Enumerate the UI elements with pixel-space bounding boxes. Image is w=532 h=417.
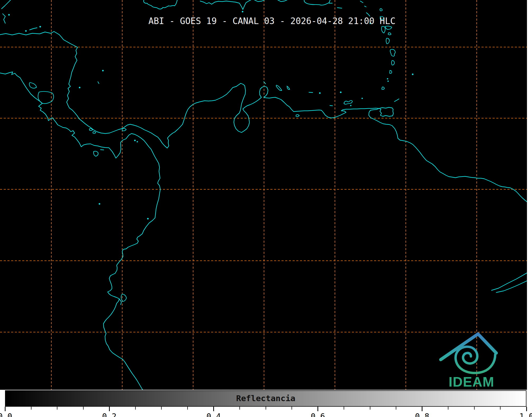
st-martin-group <box>360 1 366 7</box>
barbados <box>412 74 413 75</box>
screenshot-root: { "title": "ABI - GOES 19 - CANAL 03 - 2… <box>0 0 532 417</box>
colorbar-ticks: 0.00.20.40.60.81.0 <box>5 407 526 417</box>
pearl-island-1 <box>134 140 136 141</box>
coast-belize-fragment2 <box>3 14 5 23</box>
amazon-north-bank <box>492 273 527 290</box>
colorbar-minor-tick <box>239 407 240 410</box>
dr-south-coast <box>254 0 265 2</box>
colorbar-tick-label: 0.6 <box>302 412 334 417</box>
curacao <box>276 85 282 90</box>
colorbar-minor-tick <box>135 407 136 410</box>
marie-galante <box>388 33 391 35</box>
los-testigos <box>362 98 363 99</box>
colorbar-minor-tick <box>266 407 266 410</box>
dominica <box>386 38 389 44</box>
colorbar-major-tick <box>422 407 422 411</box>
colorbar-tick-label: 0.8 <box>406 412 438 417</box>
margarita-island <box>344 100 352 104</box>
map-canvas <box>0 0 527 390</box>
colorbar-minor-tick <box>292 407 292 410</box>
guadeloupe <box>381 26 392 33</box>
colorbar-minor-tick <box>31 407 31 410</box>
los-roques <box>309 92 313 93</box>
lake-managua <box>29 83 37 88</box>
grenada <box>382 87 384 89</box>
colorbar-major-tick <box>317 407 318 411</box>
colorbar-minor-tick <box>370 407 370 410</box>
ideam-logo-art <box>441 334 496 373</box>
tobago <box>394 99 399 102</box>
haiti-south-coast <box>200 0 251 10</box>
logo-swirl-icon <box>456 347 495 373</box>
gatun-lake <box>122 129 126 131</box>
martinique <box>390 49 395 56</box>
colorbar-minor-tick <box>500 407 501 410</box>
coast-caribbean-mainland <box>0 31 527 202</box>
colorbar-tick-label: 0.0 <box>0 412 21 417</box>
colorbar-tick-label: 0.4 <box>198 412 229 417</box>
colorbar-major-tick <box>526 407 527 411</box>
corn-island <box>79 87 80 88</box>
dr-east-coast <box>278 0 287 2</box>
grenadines-2 <box>388 81 389 82</box>
colorbar-major-tick <box>213 407 214 411</box>
colorbar-minor-tick <box>396 407 396 410</box>
jamaica <box>144 0 177 9</box>
caye-islet <box>8 14 10 16</box>
pearl-island-2 <box>137 141 138 143</box>
gorgona <box>147 218 149 219</box>
colorbar-minor-tick <box>57 407 57 410</box>
bonaire <box>287 86 290 89</box>
colorbar-label: Reflectancia <box>6 393 526 403</box>
st-lucia <box>392 61 394 65</box>
blanquilla <box>340 91 342 93</box>
ideam-logo-text: IDEAM <box>437 374 506 390</box>
colorbar-tick-label: 1.0 <box>511 412 532 417</box>
map-title: ABI - GOES 19 - CANAL 03 - 2026-04-28 21… <box>17 16 527 26</box>
st-croix <box>337 8 342 8</box>
colorbar-major-tick <box>5 407 6 411</box>
coast-belize-fragment <box>2 0 11 9</box>
colorbar-major-tick <box>109 407 110 411</box>
colorbar-minor-tick <box>83 407 84 410</box>
grenadines-1 <box>387 78 388 80</box>
coastlines <box>0 0 527 390</box>
colorbar-minor-tick <box>474 407 475 410</box>
graticule-gridlines <box>0 0 527 390</box>
puerto-rico <box>304 0 330 5</box>
providencia <box>102 70 104 71</box>
colorbar: Reflectancia <box>5 390 526 407</box>
colorbar-minor-tick <box>187 407 188 410</box>
colorbar-minor-tick <box>161 407 162 410</box>
trinidad <box>379 107 393 116</box>
malpelo <box>99 203 100 205</box>
cebaco-island <box>101 150 104 150</box>
satellite-map: ABI - GOES 19 - CANAL 03 - 2026-04-28 21… <box>0 0 527 390</box>
orchila <box>319 92 321 94</box>
barbuda <box>380 9 382 11</box>
colorbar-minor-tick <box>344 407 344 410</box>
utila-island <box>25 30 27 32</box>
san-andres <box>98 82 99 84</box>
puna-island <box>121 294 126 301</box>
colorbar-minor-tick <box>448 407 448 410</box>
coiba-island <box>94 151 98 156</box>
roatan-island <box>30 28 37 30</box>
isla-beata <box>242 11 243 12</box>
guayas-estuary <box>120 299 121 305</box>
st-vincent <box>390 70 392 74</box>
colorbar-tick-label: 0.2 <box>93 412 125 417</box>
coche <box>350 105 352 106</box>
lake-valencia <box>296 114 299 117</box>
la-tortuga <box>330 106 333 106</box>
